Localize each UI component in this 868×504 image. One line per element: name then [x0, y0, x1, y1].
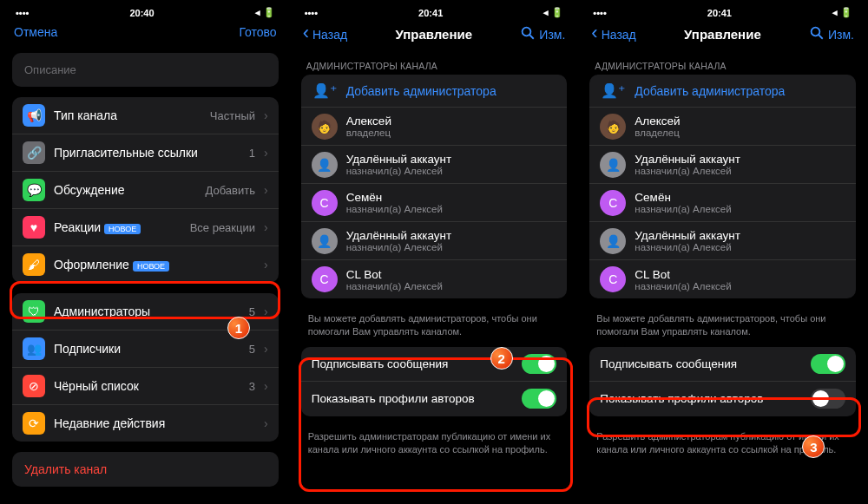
- nav-actions: Изм.: [809, 25, 854, 43]
- show-profiles-row: Показывать профили авторов: [589, 382, 856, 416]
- back-button[interactable]: Назад: [591, 27, 635, 42]
- admin-name: Алексей: [346, 115, 391, 128]
- statusbar: •••• 20:40 ◂ 🔋: [3, 3, 287, 20]
- hint-text: Разрешить администраторам публикацию от …: [581, 427, 865, 465]
- row-value: 1: [249, 147, 255, 160]
- admin-sub: владелец: [635, 128, 680, 138]
- heart-icon: ♥: [23, 216, 45, 239]
- row-value: 5: [249, 305, 255, 318]
- row-label: Чёрный список: [54, 379, 240, 393]
- search-icon[interactable]: [520, 25, 536, 43]
- admin-name: Семён: [346, 191, 443, 204]
- delete-channel-button[interactable]: Удалить канал: [12, 452, 279, 487]
- show-profiles-row: Показывать профили авторов: [301, 382, 568, 416]
- row-recent-actions[interactable]: ⟳ Недавние действия ›: [12, 405, 279, 442]
- admin-sub: назначил(а) Алексей: [346, 204, 443, 214]
- row-label: ОформлениеНОВОЕ: [54, 258, 255, 272]
- row-value: Частный: [210, 109, 255, 122]
- sign-messages-toggle[interactable]: [811, 354, 845, 374]
- cancel-button[interactable]: Отмена: [14, 25, 57, 39]
- chevron-right-icon: ›: [264, 220, 268, 234]
- admin-sub: назначил(а) Алексей: [346, 242, 452, 252]
- avatar: С: [312, 266, 338, 292]
- shield-icon: 🛡: [23, 300, 45, 323]
- show-profiles-toggle[interactable]: [811, 389, 845, 409]
- toggle-label: Подписывать сообщения: [600, 357, 737, 370]
- admin-row[interactable]: 👤 Удалённый аккаунтназначил(а) Алексей: [589, 222, 856, 260]
- admin-name: Удалённый аккаунт: [346, 153, 452, 166]
- section-header: АДМИНИСТРАТОРЫ КАНАЛА: [581, 52, 865, 75]
- row-channel-type[interactable]: 📢 Тип канала Частный ›: [12, 97, 279, 134]
- phone-1: •••• 20:40 ◂ 🔋 Отмена Готово Описание 📢 …: [3, 3, 287, 501]
- svg-line-3: [819, 35, 823, 39]
- block-icon: ⊘: [23, 375, 45, 397]
- row-label: Пригласительные ссылки: [54, 146, 240, 160]
- admin-sub: назначил(а) Алексей: [346, 166, 452, 176]
- hint-text: Вы можете добавлять администраторов, что…: [293, 309, 576, 347]
- row-discussion[interactable]: 💬 Обсуждение Добавить ›: [12, 172, 279, 209]
- admin-row[interactable]: С CL Botназначил(а) Алексей: [589, 260, 856, 298]
- row-appearance[interactable]: 🖌 ОформлениеНОВОЕ ›: [12, 246, 279, 283]
- admin-row[interactable]: 👤 Удалённый аккаунтназначил(а) Алексей: [301, 222, 568, 260]
- back-button[interactable]: Назад: [303, 27, 347, 42]
- row-invite-links[interactable]: 🔗 Пригласительные ссылки 1 ›: [12, 134, 279, 172]
- search-icon[interactable]: [809, 25, 825, 43]
- megaphone-icon: 📢: [23, 104, 45, 127]
- add-admin-button[interactable]: 👤⁺ Добавить администратора: [301, 75, 568, 108]
- toggle-label: Подписывать сообщения: [312, 357, 449, 370]
- avatar: С: [600, 266, 626, 292]
- add-admin-button[interactable]: 👤⁺ Добавить администратора: [589, 75, 856, 108]
- admin-row[interactable]: 🧑 Алексейвладелец: [301, 108, 568, 146]
- chevron-right-icon: ›: [264, 258, 268, 272]
- row-label: Обсуждение: [54, 183, 197, 197]
- people-icon: 👥: [23, 337, 45, 360]
- row-administrators[interactable]: 🛡 Администраторы 5 ›: [12, 293, 279, 331]
- avatar: 👤: [600, 152, 626, 178]
- svg-point-2: [812, 28, 820, 36]
- status-time: 20:41: [707, 8, 732, 18]
- phone-3: •••• 20:41 ◂ 🔋 Назад Управление Изм. АДМ…: [581, 3, 865, 501]
- chevron-left-icon: [303, 27, 309, 42]
- chevron-right-icon: ›: [264, 416, 268, 430]
- admin-row[interactable]: С Семённазначил(а) Алексей: [589, 184, 856, 222]
- hint-text: Вы можете добавлять администраторов, что…: [581, 309, 865, 347]
- settings-group-1: 📢 Тип канала Частный › 🔗 Пригласительные…: [12, 97, 279, 283]
- edit-button[interactable]: Изм.: [828, 28, 854, 42]
- show-profiles-toggle[interactable]: [522, 389, 556, 409]
- history-icon: ⟳: [23, 412, 45, 435]
- row-subscribers[interactable]: 👥 Подписчики 5 ›: [12, 331, 279, 368]
- description-input[interactable]: Описание: [12, 53, 279, 87]
- admin-name: CL Bot: [346, 268, 443, 281]
- done-button[interactable]: Готово: [239, 25, 276, 39]
- admin-name: Алексей: [635, 115, 680, 128]
- chevron-right-icon: ›: [264, 379, 268, 393]
- row-reactions[interactable]: ♥ РеакцииНОВОЕ Все реакции ›: [12, 209, 279, 246]
- edit-button[interactable]: Изм.: [539, 28, 565, 42]
- statusbar: •••• 20:41 ◂ 🔋: [293, 3, 576, 20]
- link-icon: 🔗: [23, 141, 45, 164]
- row-label: Недавние действия: [54, 416, 255, 430]
- sign-messages-toggle[interactable]: [522, 354, 556, 374]
- admin-name: Удалённый аккаунт: [346, 229, 452, 242]
- admin-row[interactable]: 👤 Удалённый аккаунтназначил(а) Алексей: [301, 146, 568, 184]
- sign-messages-row: Подписывать сообщения: [301, 347, 568, 382]
- avatar: С: [600, 190, 626, 216]
- avatar: 👤: [600, 228, 626, 254]
- row-value: 3: [249, 380, 255, 393]
- row-blacklist[interactable]: ⊘ Чёрный список 3 ›: [12, 368, 279, 405]
- toggle-group: Подписывать сообщения Показывать профили…: [301, 347, 568, 416]
- chevron-right-icon: ›: [264, 108, 268, 122]
- chevron-right-icon: ›: [264, 304, 268, 318]
- admin-row[interactable]: С Семённазначил(а) Алексей: [301, 184, 568, 222]
- row-label: Подписчики: [54, 342, 240, 356]
- status-signal: ••••: [305, 8, 318, 18]
- row-label: Тип канала: [54, 108, 201, 122]
- admin-sub: назначил(а) Алексей: [635, 204, 731, 214]
- navbar: Назад Управление Изм.: [293, 20, 576, 52]
- admin-row[interactable]: 🧑 Алексейвладелец: [589, 108, 856, 146]
- admin-row[interactable]: С CL Botназначил(а) Алексей: [301, 260, 568, 298]
- admin-row[interactable]: 👤 Удалённый аккаунтназначил(а) Алексей: [589, 146, 856, 184]
- admin-sub: назначил(а) Алексей: [346, 281, 443, 291]
- toggle-label: Показывать профили авторов: [312, 392, 475, 405]
- settings-group-2: 🛡 Администраторы 5 › 👥 Подписчики 5 › ⊘ …: [12, 293, 279, 442]
